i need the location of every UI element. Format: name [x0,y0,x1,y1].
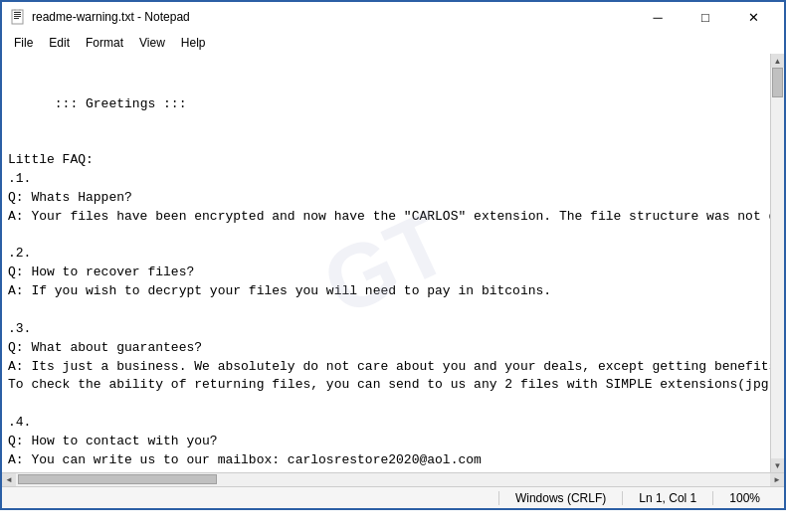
svg-rect-4 [14,18,19,19]
status-encoding: Windows (CRLF) [498,491,622,505]
content-wrapper: GT ::: Greetings ::: Little FAQ: .1. Q: … [0,54,786,510]
svg-rect-2 [14,14,21,15]
close-button[interactable]: ✕ [730,3,776,31]
scroll-track-h[interactable] [16,473,770,486]
vertical-scrollbar[interactable]: ▲ ▼ [770,54,784,472]
svg-rect-5 [15,9,20,11]
scroll-thumb-v[interactable] [772,68,783,97]
menu-bar: File Edit Format View Help [0,32,786,54]
title-bar: readme-warning.txt - Notepad ─ □ ✕ [0,0,786,32]
status-position: Ln 1, Col 1 [622,491,712,505]
status-zoom: 100% [712,491,776,505]
scroll-thumb-h[interactable] [18,474,217,484]
horizontal-scrollbar[interactable]: ◄ ► [2,472,784,486]
menu-format[interactable]: Format [78,34,131,52]
maximize-button[interactable]: □ [683,3,728,31]
svg-rect-1 [14,12,21,13]
notepad-icon [10,9,26,25]
scroll-track-v[interactable] [771,68,784,458]
title-bar-controls: ─ □ ✕ [635,3,776,31]
watermark: GT [302,178,470,348]
scroll-down-arrow[interactable]: ▼ [771,458,785,472]
menu-view[interactable]: View [131,34,173,52]
minimize-button[interactable]: ─ [635,3,681,31]
scroll-left-arrow[interactable]: ◄ [2,473,16,487]
menu-edit[interactable]: Edit [41,34,78,52]
window-title: readme-warning.txt - Notepad [32,10,190,24]
title-bar-left: readme-warning.txt - Notepad [10,9,190,25]
document-text: ::: Greetings ::: Little FAQ: .1. Q: Wha… [8,96,770,472]
text-content[interactable]: GT ::: Greetings ::: Little FAQ: .1. Q: … [2,54,770,472]
scroll-right-arrow[interactable]: ► [770,473,784,487]
menu-help[interactable]: Help [173,34,214,52]
scroll-up-arrow[interactable]: ▲ [771,54,785,68]
menu-file[interactable]: File [6,34,41,52]
text-area-container: GT ::: Greetings ::: Little FAQ: .1. Q: … [2,54,784,472]
svg-rect-3 [14,16,21,17]
status-right: Windows (CRLF) Ln 1, Col 1 100% [498,491,776,505]
status-bar: Windows (CRLF) Ln 1, Col 1 100% [2,486,784,508]
